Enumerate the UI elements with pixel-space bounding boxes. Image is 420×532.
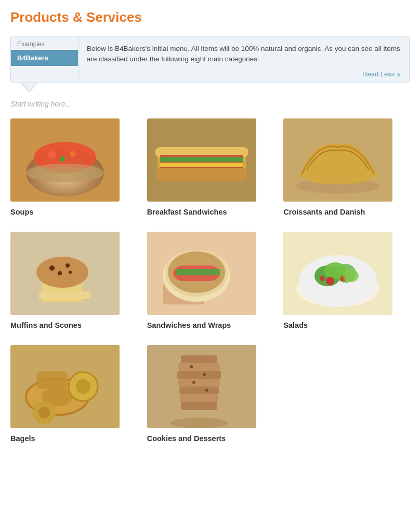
svg-rect-13 xyxy=(160,157,243,162)
svg-point-20 xyxy=(49,265,55,271)
category-image-croissants-danish xyxy=(283,118,392,202)
category-label-soups: Soups xyxy=(10,208,33,216)
page-header: Products & Services xyxy=(0,0,420,31)
svg-point-53 xyxy=(170,418,228,428)
category-image-cookies-desserts xyxy=(147,345,256,428)
category-image-sandwiches-wraps xyxy=(147,232,256,315)
svg-point-47 xyxy=(76,379,90,394)
info-section: Examples B4Bakers Below is B4Bakers's in… xyxy=(10,36,410,83)
sidebar-b4bakers[interactable]: B4Bakers xyxy=(11,50,78,66)
section-arrow xyxy=(21,83,37,92)
svg-rect-57 xyxy=(178,379,220,387)
category-image-muffins-scones xyxy=(10,232,120,315)
category-image-salads xyxy=(283,232,392,315)
svg-point-38 xyxy=(326,277,334,285)
svg-point-3 xyxy=(48,151,56,159)
chevron-up-icon: « xyxy=(397,70,401,78)
read-less-button[interactable]: Read Less « xyxy=(87,70,401,78)
category-label-bagels: Bagels xyxy=(10,434,35,443)
info-content: Below is B4Bakers's initial menu. All it… xyxy=(78,36,409,83)
svg-point-19 xyxy=(36,257,88,288)
svg-rect-24 xyxy=(39,291,91,299)
category-grid: Soups Breakfast Sandwiches Croissants an… xyxy=(0,113,420,458)
category-label-cookies-desserts: Cookies and Desserts xyxy=(147,434,226,443)
svg-rect-56 xyxy=(177,371,221,379)
page-title: Products & Services xyxy=(10,9,410,25)
category-label-salads: Salads xyxy=(283,321,308,329)
category-item-sandwiches-wraps[interactable]: Sandwiches and Wraps xyxy=(147,232,273,329)
category-label-muffins-scones: Muffins and Scones xyxy=(10,321,82,329)
category-item-bagels[interactable]: Bagels xyxy=(10,345,137,443)
svg-rect-31 xyxy=(176,269,220,275)
svg-rect-51 xyxy=(36,371,68,389)
svg-rect-59 xyxy=(180,394,218,402)
svg-point-63 xyxy=(192,381,195,384)
svg-rect-60 xyxy=(181,402,217,410)
svg-point-41 xyxy=(343,270,359,282)
category-image-bagels xyxy=(10,345,120,428)
category-label-croissants-danish: Croissants and Danish xyxy=(283,208,365,216)
svg-rect-55 xyxy=(178,363,220,371)
svg-point-61 xyxy=(190,365,193,368)
svg-rect-58 xyxy=(179,387,219,394)
svg-point-40 xyxy=(320,276,325,281)
svg-point-23 xyxy=(69,271,72,274)
category-label-breakfast-sandwiches: Breakfast Sandwiches xyxy=(147,208,227,216)
svg-point-22 xyxy=(58,271,62,275)
category-image-soups xyxy=(10,118,120,202)
svg-point-7 xyxy=(28,167,102,182)
svg-rect-11 xyxy=(156,168,247,181)
svg-rect-54 xyxy=(181,355,217,363)
svg-point-5 xyxy=(60,156,65,162)
svg-point-21 xyxy=(65,263,70,268)
svg-point-50 xyxy=(38,407,50,418)
svg-rect-14 xyxy=(160,163,243,167)
sidebar-examples-label: Examples xyxy=(11,36,78,50)
category-item-breakfast-sandwiches[interactable]: Breakfast Sandwiches xyxy=(147,118,273,216)
svg-point-64 xyxy=(205,389,208,392)
info-text: Below is B4Bakers's initial menu. All it… xyxy=(87,44,401,65)
category-item-muffins-scones[interactable]: Muffins and Scones xyxy=(10,232,137,329)
category-item-cookies-desserts[interactable]: Cookies and Desserts xyxy=(147,345,273,443)
category-item-soups[interactable]: Soups xyxy=(10,118,137,216)
svg-point-4 xyxy=(70,151,76,157)
category-item-salads[interactable]: Salads xyxy=(283,232,410,329)
sidebar-nav: Examples B4Bakers xyxy=(11,36,78,83)
category-item-croissants-danish[interactable]: Croissants and Danish xyxy=(283,118,410,216)
placeholder-text[interactable]: Start writing here.. xyxy=(0,92,420,113)
category-label-sandwiches-wraps: Sandwiches and Wraps xyxy=(147,321,231,329)
svg-point-62 xyxy=(203,373,206,376)
read-less-label: Read Less xyxy=(362,70,395,78)
category-image-breakfast-sandwiches xyxy=(147,118,256,202)
